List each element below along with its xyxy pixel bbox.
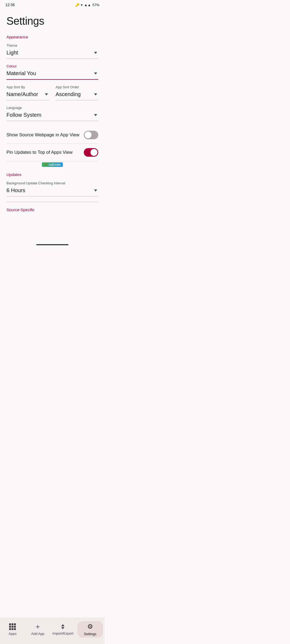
page-title: Settings xyxy=(0,9,105,32)
show-source-webpage-thumb xyxy=(85,131,92,138)
updates-bottom-divider xyxy=(6,202,98,202)
colour-field: Colour Material You xyxy=(6,64,98,80)
language-value: Follow System xyxy=(6,112,41,118)
updates-section-header: Updates xyxy=(6,172,98,177)
show-source-webpage-track xyxy=(84,131,98,139)
language-dropdown[interactable]: Follow System xyxy=(6,111,98,120)
colour-divider xyxy=(6,79,98,80)
wifi-icon: ▾ xyxy=(81,3,83,7)
watermark: 🌿 xzjf.com xyxy=(6,162,98,167)
app-sort-order-chevron-icon xyxy=(94,93,97,96)
language-field: Language Follow System xyxy=(6,106,98,121)
background-update-interval-dropdown[interactable]: 6 Hours xyxy=(6,186,98,196)
background-update-interval-value: 6 Hours xyxy=(6,187,25,193)
background-update-interval-chevron-icon xyxy=(94,189,97,192)
show-source-webpage-label: Show Source Webpage in App View xyxy=(6,132,84,138)
theme-field: Theme Light xyxy=(6,43,98,59)
settings-content: Appearance Theme Light Colour Material Y… xyxy=(0,35,105,243)
background-update-interval-field: Background Update Checking Interval 6 Ho… xyxy=(6,181,98,196)
theme-dropdown[interactable]: Light xyxy=(6,49,98,58)
theme-value: Light xyxy=(6,50,18,56)
app-sort-by-label: App Sort By xyxy=(6,85,49,89)
watermark-text: 🌿 xzjf.com xyxy=(42,162,63,167)
theme-chevron-icon xyxy=(94,52,97,54)
language-label: Language xyxy=(6,106,98,110)
nav-bottom-bar xyxy=(36,244,68,245)
vpn-icon: 🔑 xyxy=(75,3,79,7)
pin-updates-thumb xyxy=(90,149,97,156)
app-sort-order-value: Ascending xyxy=(56,91,81,97)
colour-value: Material You xyxy=(6,70,36,76)
theme-divider xyxy=(6,58,98,59)
theme-label: Theme xyxy=(6,43,98,47)
show-source-webpage-toggle[interactable] xyxy=(84,131,98,139)
pin-updates-row: Pin Updates to Top of Apps View xyxy=(6,144,98,161)
language-chevron-icon xyxy=(94,114,97,116)
background-update-interval-label: Background Update Checking Interval xyxy=(6,181,98,185)
pin-updates-label: Pin Updates to Top of Apps View xyxy=(6,150,84,155)
colour-dropdown[interactable]: Material You xyxy=(6,69,98,79)
status-time: 12:36 xyxy=(5,3,15,7)
app-sort-order-divider xyxy=(56,100,98,100)
sort-fields-row: App Sort By Name/Author App Sort Order A… xyxy=(6,85,98,100)
colour-label: Colour xyxy=(6,64,98,68)
status-icons: 🔑 ▾ ▲▲ 57% xyxy=(75,3,99,7)
appearance-section-header: Appearance xyxy=(6,35,98,39)
background-update-interval-divider xyxy=(6,196,98,196)
app-sort-by-dropdown[interactable]: Name/Author xyxy=(6,90,49,100)
app-sort-by-divider xyxy=(6,100,49,100)
app-sort-order-dropdown[interactable]: Ascending xyxy=(56,90,98,100)
language-divider xyxy=(6,121,98,121)
app-sort-by-field: App Sort By Name/Author xyxy=(6,85,49,100)
show-source-webpage-row: Show Source Webpage in App View xyxy=(6,126,98,144)
status-bar: 12:36 🔑 ▾ ▲▲ 57% xyxy=(0,0,105,9)
app-sort-by-chevron-icon xyxy=(45,93,48,96)
signal-icon: ▲▲ xyxy=(84,3,91,7)
colour-chevron-icon xyxy=(94,72,97,75)
app-sort-order-label: App Sort Order xyxy=(56,85,98,89)
app-sort-by-value: Name/Author xyxy=(6,91,38,97)
pin-updates-toggle[interactable] xyxy=(84,148,98,157)
app-sort-order-field: App Sort Order Ascending xyxy=(56,85,98,100)
battery-icon: 57% xyxy=(92,3,99,7)
pin-updates-track xyxy=(84,148,98,157)
source-specific-section-header: Source-Specific xyxy=(6,207,98,212)
